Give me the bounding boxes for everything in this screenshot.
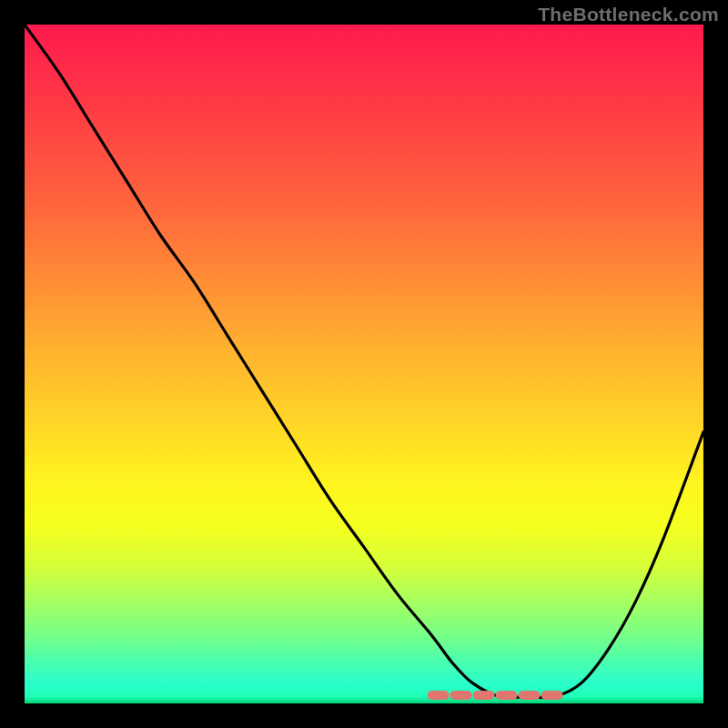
chart-svg [25,25,703,703]
watermark-text: TheBottleneck.com [538,4,719,25]
chart-frame: TheBottleneck.com [0,0,728,728]
bottleneck-curve [25,25,703,698]
plot-area [25,25,703,703]
